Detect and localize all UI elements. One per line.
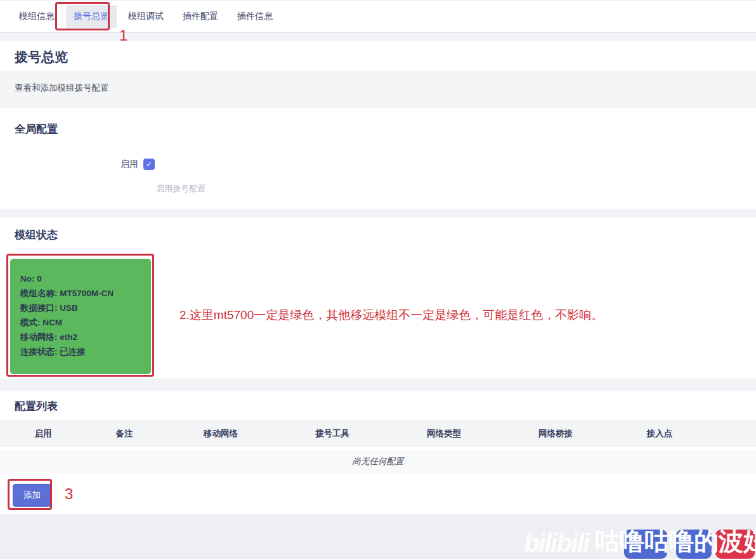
global-config-heading: 全局配置 xyxy=(0,108,756,136)
config-table-empty-row: 尚无任何配置 xyxy=(0,450,756,474)
col-network-type: 网络类型 xyxy=(386,428,502,440)
page-title: 拨号总览 xyxy=(15,48,756,66)
module-status-card: No: 0 模组名称: MT5700M-CN 数据接口: USB 模式: NCM… xyxy=(10,259,151,374)
col-enable: 启用 xyxy=(0,428,86,440)
bilibili-watermark: bilibili 咕噜咕噜的波妞 xyxy=(520,514,756,559)
watermark-badge-red xyxy=(715,530,755,559)
col-mobile-network: 移动网络 xyxy=(162,428,279,440)
tab-bar: 模组信息 拨号总览 模组调试 插件配置 插件信息 xyxy=(0,0,756,33)
col-apn: 接入点 xyxy=(609,428,710,440)
divider-strip xyxy=(0,209,756,218)
card-line-no: No: 0 xyxy=(20,271,141,286)
config-table-header: 启用 备注 移动网络 拨号工具 网络类型 网络桥接 接入点 xyxy=(0,420,756,447)
add-button[interactable]: 添加 xyxy=(13,484,51,507)
divider-strip xyxy=(0,33,756,41)
card-line-mode: 模式: NCM xyxy=(20,315,141,330)
footer: bilibili 咕噜咕噜的波妞 xyxy=(0,514,756,559)
section-config-list: 配置列表 xyxy=(0,391,756,420)
tab-plugin-config[interactable]: 插件配置 xyxy=(175,5,226,28)
config-list-heading: 配置列表 xyxy=(0,391,756,413)
watermark-badge-blue xyxy=(676,530,712,559)
page-description: 查看和添加模组拨号配置 xyxy=(0,70,756,108)
watermark-username: 咕噜咕噜的波妞 xyxy=(595,524,756,559)
card-line-data-port: 数据接口: USB xyxy=(20,301,141,315)
card-line-module-name: 模组名称: MT5700M-CN xyxy=(20,286,141,301)
enable-hint: 启用拨号配置 xyxy=(156,183,756,195)
tab-dial-overview[interactable]: 拨号总览 xyxy=(66,5,117,28)
divider-strip xyxy=(0,379,756,391)
tab-module-debug[interactable]: 模组调试 xyxy=(121,5,171,28)
empty-config-text: 尚无任何配置 xyxy=(353,456,404,467)
tab-module-info[interactable]: 模组信息 xyxy=(11,5,62,28)
tab-plugin-info[interactable]: 插件信息 xyxy=(230,5,280,28)
title-block: 拨号总览 xyxy=(0,41,756,70)
button-area: 添加 xyxy=(0,474,756,514)
card-line-connect-state: 连接状态: 已连接 xyxy=(20,344,141,359)
section-global-config: 全局配置 启用 ✓ 启用拨号配置 xyxy=(0,108,756,209)
enable-label: 启用 xyxy=(0,159,143,170)
page: 模组信息 拨号总览 模组调试 插件配置 插件信息 拨号总览 查看和添加模组拨号配… xyxy=(0,0,756,560)
col-remark: 备注 xyxy=(86,428,162,440)
enable-checkbox[interactable]: ✓ xyxy=(143,159,155,170)
watermark-badge-blue xyxy=(624,530,667,559)
col-network-bridge: 网络桥接 xyxy=(502,428,609,440)
module-status-heading: 模组状态 xyxy=(0,218,756,242)
bilibili-logo: bilibili xyxy=(524,528,589,558)
card-line-mobile-network: 移动网络: eth2 xyxy=(20,330,141,344)
section-module-status: 模组状态 No: 0 模组名称: MT5700M-CN 数据接口: USB 模式… xyxy=(0,218,756,379)
col-dial-tool: 拨号工具 xyxy=(279,428,386,440)
enable-form-row: 启用 ✓ xyxy=(0,159,756,170)
